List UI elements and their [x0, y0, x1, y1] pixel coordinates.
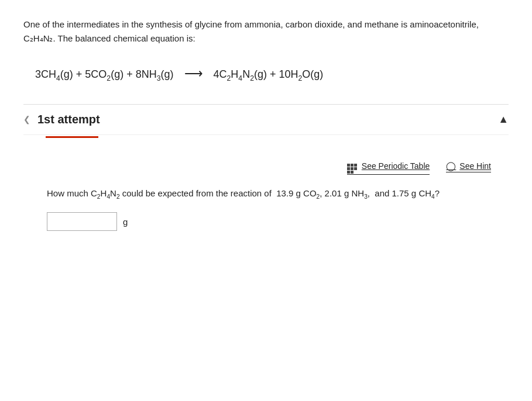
intro-paragraph: One of the intermediates in the synthesi…: [23, 18, 503, 46]
attempt-label: 1st attempt: [37, 113, 100, 126]
chemical-equation: 3CH4(g) + 5CO2(g) + 8NH3(g) ⟶ 4C2H4N2(g)…: [35, 62, 509, 85]
unit-label: g: [123, 217, 128, 227]
expand-icon[interactable]: ▲: [498, 113, 509, 126]
hint-label: See Hint: [459, 161, 491, 171]
hint-link[interactable]: ◯ See Hint: [446, 161, 491, 172]
equation-reactants: 3CH4(g) + 5CO2(g) + 8NH3(g): [35, 65, 174, 85]
answer-row: g: [47, 212, 485, 231]
equation-block: 3CH4(g) + 5CO2(g) + 8NH3(g) ⟶ 4C2H4N2(g)…: [35, 62, 509, 85]
periodic-table-label: See Periodic Table: [362, 161, 430, 171]
periodic-table-link[interactable]: See Periodic Table: [347, 159, 430, 175]
tools-row: See Periodic Table ◯ See Hint: [23, 159, 497, 175]
equation-arrow: ⟶: [184, 62, 203, 85]
periodic-table-icon: [347, 159, 358, 174]
equation-products: 4C2H4N2(g) + 10H2O(g): [214, 65, 324, 85]
hint-icon: ◯: [446, 161, 456, 171]
answer-input[interactable]: [47, 212, 117, 231]
red-underline-decoration: [46, 136, 98, 138]
question-block: How much C2H4N2 could be expected from t…: [47, 186, 485, 231]
question-text: How much C2H4N2 could be expected from t…: [47, 186, 485, 202]
attempt-header: ❮ 1st attempt ▲: [23, 105, 509, 135]
attempt-section: ❮ 1st attempt ▲: [23, 105, 509, 138]
chevron-icon[interactable]: ❮: [23, 115, 30, 124]
